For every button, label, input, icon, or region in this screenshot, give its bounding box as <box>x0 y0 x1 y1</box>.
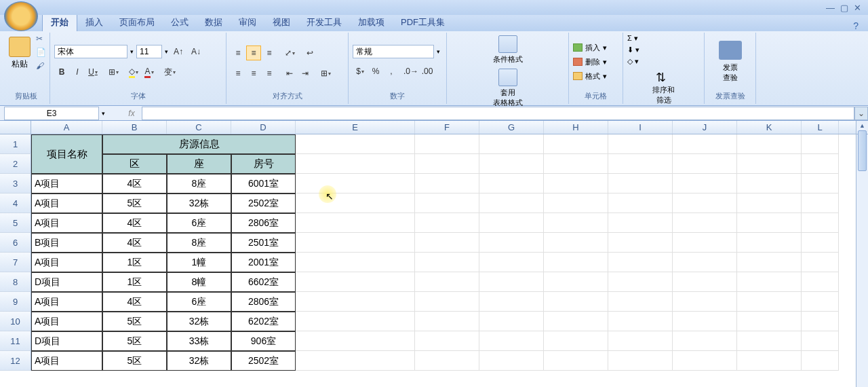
cell[interactable] <box>544 331 608 351</box>
formula-input[interactable] <box>142 107 854 120</box>
fill-color-button[interactable]: ◇ <box>126 64 141 79</box>
cell[interactable] <box>737 233 802 253</box>
col-header-D[interactable]: D <box>231 121 296 134</box>
tab-PDF工具集[interactable]: PDF工具集 <box>393 14 453 31</box>
cell[interactable] <box>296 351 415 371</box>
cell[interactable] <box>415 351 479 371</box>
row-header-1[interactable]: 1 <box>0 134 31 154</box>
cell[interactable] <box>737 331 802 351</box>
align-center-icon[interactable]: ≡ <box>246 66 261 81</box>
cell[interactable] <box>673 253 737 272</box>
cut-icon[interactable]: ✂ <box>36 34 46 43</box>
cell[interactable] <box>544 253 608 272</box>
tab-开始[interactable]: 开始 <box>42 13 77 31</box>
header-project-name[interactable]: 项目名称 <box>31 134 102 174</box>
font-dropdown-icon[interactable]: ▾ <box>130 48 134 55</box>
cell[interactable] <box>737 174 802 194</box>
cell[interactable] <box>415 253 479 272</box>
row-header-7[interactable]: 7 <box>0 253 31 272</box>
cell[interactable]: 32栋 <box>167 194 231 213</box>
phonetic-button[interactable]: 变 <box>162 64 177 79</box>
cell[interactable] <box>673 213 737 233</box>
cell[interactable] <box>544 154 608 174</box>
cell[interactable] <box>608 351 673 371</box>
cell[interactable] <box>544 312 608 331</box>
cell[interactable]: A项目 <box>31 253 102 272</box>
cell[interactable] <box>479 233 544 253</box>
cell[interactable]: 8座 <box>167 174 231 194</box>
cell[interactable]: 5区 <box>102 312 167 331</box>
sort-filter-button[interactable]: ⇅ 排序和 筛选 <box>627 69 700 107</box>
cell[interactable] <box>296 292 415 312</box>
cell[interactable] <box>544 272 608 292</box>
cell[interactable] <box>544 194 608 213</box>
minimize-icon[interactable]: — <box>826 3 835 13</box>
cell[interactable] <box>737 272 802 292</box>
scroll-up-icon[interactable]: ▲ <box>856 121 868 130</box>
clear-icon[interactable]: ◇ ▾ <box>627 57 700 66</box>
col-header-F[interactable]: F <box>415 121 479 134</box>
increase-indent-icon[interactable]: ⇥ <box>298 66 313 81</box>
cell[interactable] <box>802 233 839 253</box>
row-header-12[interactable]: 12 <box>0 351 31 371</box>
formula-expand-icon[interactable]: ⌄ <box>854 107 868 120</box>
cell[interactable] <box>608 233 673 253</box>
row-header-2[interactable]: 2 <box>0 154 31 174</box>
cell[interactable]: A项目 <box>31 292 102 312</box>
cell[interactable]: 2502室 <box>231 194 296 213</box>
grid-body[interactable]: 12区座房号项目名称房源信息3A项目4区8座6001室4A项目5区32栋2502… <box>0 134 856 371</box>
row-header-8[interactable]: 8 <box>0 272 31 292</box>
format-cells-button[interactable]: 格式 ▾ <box>573 71 618 82</box>
autosum-icon[interactable]: Σ ▾ <box>627 34 700 43</box>
numfmt-dropdown-icon[interactable]: ▾ <box>437 48 440 55</box>
cell[interactable] <box>479 312 544 331</box>
cell[interactable] <box>544 292 608 312</box>
align-middle-icon[interactable]: ≡ <box>246 45 261 60</box>
align-top-icon[interactable]: ≡ <box>231 45 245 60</box>
cell[interactable] <box>415 194 479 213</box>
help-icon[interactable]: ? <box>853 20 868 31</box>
cell[interactable] <box>673 331 737 351</box>
increase-font-icon[interactable]: A↑ <box>171 44 186 59</box>
close-icon[interactable]: ✕ <box>854 3 861 13</box>
cell[interactable] <box>802 213 839 233</box>
size-dropdown-icon[interactable]: ▾ <box>165 48 168 55</box>
cell[interactable] <box>479 292 544 312</box>
cell[interactable] <box>296 134 415 154</box>
font-color-button[interactable]: A <box>142 64 157 79</box>
cell[interactable] <box>479 213 544 233</box>
cell[interactable]: A项目 <box>31 174 102 194</box>
cell[interactable] <box>296 154 415 174</box>
cell[interactable]: 33栋 <box>167 331 231 351</box>
namebox-dropdown-icon[interactable]: ▾ <box>99 110 108 117</box>
cell[interactable] <box>415 331 479 351</box>
cell[interactable] <box>479 134 544 154</box>
cell[interactable] <box>673 194 737 213</box>
cell[interactable] <box>802 331 839 351</box>
cell[interactable]: 1幢 <box>167 253 231 272</box>
cell[interactable]: 2502室 <box>231 351 296 371</box>
cell[interactable]: A项目 <box>31 213 102 233</box>
conditional-format-button[interactable]: 条件格式 <box>451 34 564 66</box>
percent-icon[interactable]: % <box>368 64 383 79</box>
cell[interactable] <box>479 272 544 292</box>
cell[interactable] <box>802 194 839 213</box>
cell[interactable]: A项目 <box>31 351 102 371</box>
cell[interactable] <box>737 213 802 233</box>
cell[interactable]: 2806室 <box>231 292 296 312</box>
cell[interactable] <box>673 233 737 253</box>
underline-button[interactable]: U <box>85 64 100 79</box>
cell[interactable]: 2501室 <box>231 233 296 253</box>
cell[interactable] <box>479 351 544 371</box>
cell[interactable] <box>608 194 673 213</box>
cell[interactable] <box>479 194 544 213</box>
decrease-indent-icon[interactable]: ⇤ <box>282 66 297 81</box>
cell[interactable] <box>296 331 415 351</box>
cell[interactable] <box>479 154 544 174</box>
cell[interactable] <box>608 312 673 331</box>
cell[interactable] <box>415 213 479 233</box>
col-header-L[interactable]: L <box>802 121 839 134</box>
comma-icon[interactable]: , <box>384 64 399 79</box>
bold-button[interactable]: B <box>54 64 69 79</box>
cell[interactable] <box>802 272 839 292</box>
